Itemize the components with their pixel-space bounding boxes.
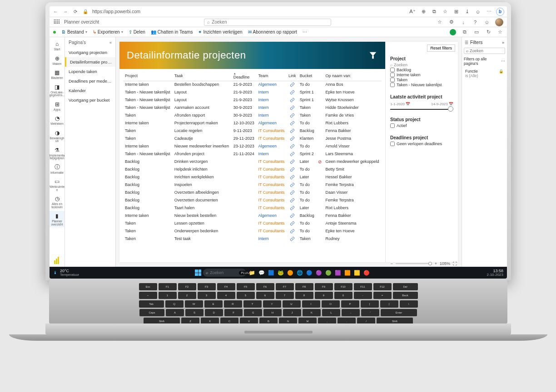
taskbar-app-icon[interactable]: 🌐 [296, 269, 304, 277]
table-row[interactable]: BacklogDrinken verzorgenIT ConsultantsLa… [123, 158, 382, 166]
bing-icon[interactable]: b [496, 8, 504, 16]
forward-icon[interactable]: → [62, 9, 69, 14]
link-cell[interactable] [287, 189, 298, 197]
zoom-control[interactable]: − + 105% ⛶ [390, 261, 457, 266]
project-option[interactable]: Interne taken [390, 73, 453, 77]
table-row[interactable]: BacklogInrichten werkplekkenIT Consultan… [123, 174, 382, 181]
settings-icon[interactable]: ⚙ [448, 19, 455, 26]
table-row[interactable]: Interne takenNieuwe medewerker inwerken2… [123, 143, 382, 151]
share-button[interactable]: ⇪Delen [129, 29, 145, 34]
feedback-icon[interactable]: ☺ [483, 19, 491, 26]
taskbar-app-icon[interactable]: 🔴 [362, 269, 371, 277]
sync-status-icon[interactable] [450, 29, 456, 35]
link-cell[interactable] [287, 212, 298, 220]
zoom-out-icon[interactable]: − [390, 261, 392, 266]
clock[interactable]: 13:58 2-10-2023 [487, 269, 503, 277]
teams-button[interactable]: 👥Chatten in Teams [151, 29, 193, 34]
link-cell[interactable] [287, 97, 298, 104]
table-row[interactable]: TakenTest taakInternTakenRodney [123, 235, 382, 243]
col-header[interactable] [316, 71, 323, 81]
link-cell[interactable] [287, 197, 298, 205]
link-cell[interactable] [287, 120, 298, 127]
taskbar-app-icon[interactable]: 🟠 [286, 269, 294, 277]
project-search[interactable]: ⌕Zoeken [390, 63, 453, 67]
taskbar-app-icon[interactable]: 🟢 [324, 269, 333, 277]
nav-item[interactable]: ◷Alles en tederwin [50, 194, 65, 210]
table-row[interactable]: Taken - Nieuwe takenlijstLayout21-9-2023… [123, 89, 382, 97]
table-row[interactable]: Interne takenNieuw bestek bestellenAlgem… [123, 212, 382, 220]
read-aloud-icon[interactable]: A⁺ [409, 8, 416, 15]
reset-icon[interactable]: ↻ [485, 29, 491, 35]
page-tab[interactable]: Kalender [65, 86, 115, 95]
table-row[interactable]: TakenCadeautje29-11-2023IT ConsultantsKl… [123, 135, 382, 143]
detail-table[interactable]: ProjectTaakDeadlineTeamLinkBucketOp naam… [123, 71, 382, 243]
taskbar-app-icon[interactable]: 🟧 [343, 269, 352, 277]
zoom-in-icon[interactable]: + [435, 261, 437, 266]
export-menu[interactable]: ↳Exporteren▾ [93, 29, 123, 34]
search-input[interactable] [212, 20, 328, 24]
table-row[interactable]: TakenOnderwerpen bedenkenIT ConsultantsT… [123, 228, 382, 235]
col-header[interactable]: Link [287, 71, 298, 81]
taskbar-app-icon[interactable]: 🟦 [267, 269, 275, 277]
activity-slider[interactable]: 1-1-2020 📅 14-9-2023 📅 [390, 102, 453, 110]
table-row[interactable]: TakenLocatie regelen9-11-2023IT Consulta… [123, 127, 382, 135]
taskbar-app-icon[interactable]: 📁 [248, 269, 256, 277]
more-icon[interactable]: ⋯ [485, 8, 492, 15]
nav-item[interactable]: ◑Bewakingh ub [50, 128, 65, 144]
insights-button[interactable]: ✦Inzichten verkrijgen [198, 29, 242, 34]
page-tab[interactable]: Deadlines per medewer... [65, 76, 115, 86]
fav-icon[interactable]: ☆ [436, 19, 443, 26]
col-header[interactable]: Deadline [232, 71, 257, 81]
link-cell[interactable] [287, 104, 298, 112]
overflow-icon[interactable]: ⋯ [303, 29, 307, 34]
page-tab[interactable]: Voortgang projecten [65, 48, 115, 57]
col-header[interactable]: Op naam van: [323, 71, 382, 81]
weather-widget[interactable]: 20°C Temperatuur [60, 269, 79, 277]
taskbar-search[interactable]: ⌕ PLUUR [203, 269, 246, 277]
col-header[interactable]: Taak [173, 71, 232, 81]
taskbar-app-icon[interactable]: 🟨 [353, 269, 361, 277]
link-cell[interactable] [287, 112, 298, 120]
link-cell[interactable] [287, 205, 298, 212]
help-icon[interactable]: ? [472, 19, 479, 26]
favorites-icon[interactable]: ☆ [442, 8, 449, 15]
link-cell[interactable] [287, 220, 298, 228]
bookmark-icon[interactable]: ⧉ [462, 29, 468, 35]
table-row[interactable]: BacklogOverzetten afbeeldingenIT Consult… [123, 189, 382, 197]
taskbar-app-icon[interactable]: 🐸 [277, 269, 285, 277]
table-row[interactable]: TakenLessen opzettenIT ConsultantsTo doA… [123, 220, 382, 228]
col-header[interactable]: Team [256, 71, 287, 81]
link-cell[interactable] [287, 89, 298, 97]
file-menu[interactable]: 🗎Bestand▾ [61, 29, 87, 34]
breadcrumb[interactable]: Planner overzicht [64, 20, 99, 24]
col-header[interactable]: Bucket [298, 71, 316, 81]
slider-knob[interactable] [448, 106, 453, 112]
table-row[interactable]: BacklogOverzetten documentenIT Consultan… [123, 197, 382, 205]
link-cell[interactable] [287, 228, 298, 235]
global-search[interactable]: ⌕ [204, 19, 331, 26]
filters-search-input[interactable] [470, 49, 503, 53]
filters-search[interactable]: ⌕ [464, 48, 505, 54]
page-tab[interactable]: Detailinformatie projec... [65, 57, 115, 67]
page-tab[interactable]: Lopende taken [65, 67, 115, 76]
downloads-icon[interactable]: ⤓ [463, 8, 471, 15]
subscribe-button[interactable]: ✉Abonneren op rapport [248, 29, 297, 34]
table-row[interactable]: Taken - Nieuwe takenlijstAfronden projec… [123, 151, 382, 158]
nav-item[interactable]: ⊕Maken [50, 54, 65, 67]
weather-icon[interactable]: 🌡 [53, 270, 57, 275]
nav-item[interactable]: ⊞Apps [50, 99, 65, 113]
fit-icon[interactable]: ⛶ [453, 261, 457, 266]
table-row[interactable]: Taken - Nieuwe takenlijstLayout21-9-2023… [123, 97, 382, 104]
waffle-icon[interactable]: ⠿⠿ [53, 19, 60, 25]
collections-icon[interactable]: ⊞ [452, 8, 460, 15]
project-option[interactable]: Taken [390, 78, 453, 82]
link-cell[interactable] [287, 127, 298, 135]
deadlines-option[interactable]: Geen verlopen deadlines [390, 142, 453, 146]
profile-icon[interactable]: ☺ [474, 8, 482, 15]
project-option[interactable]: Taken - Nieuwe takenlijst [390, 83, 453, 87]
taskbar-app-icon[interactable]: 🟪 [334, 269, 342, 277]
taskbar-app-icon[interactable]: 🟣 [315, 269, 323, 277]
link-cell[interactable] [287, 135, 298, 143]
back-icon[interactable]: ← [52, 9, 59, 14]
table-row[interactable]: BacklogInspoelenIT ConsultantsTo doFemke… [123, 181, 382, 189]
